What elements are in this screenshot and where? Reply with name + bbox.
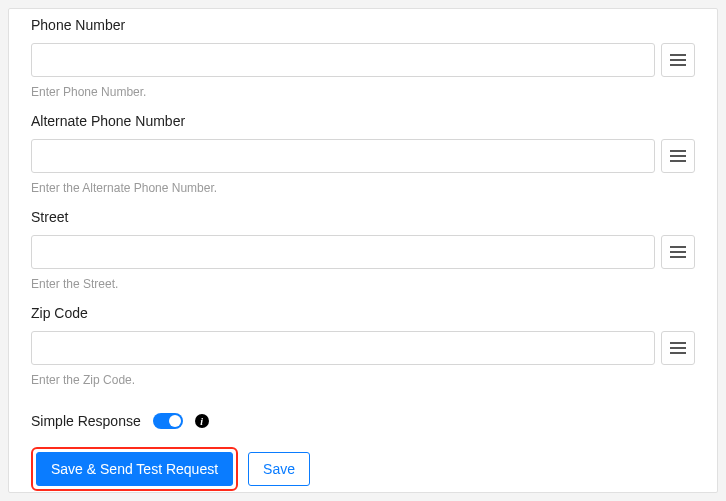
helper-text: Enter the Street.	[31, 277, 695, 291]
field-label: Alternate Phone Number	[31, 113, 695, 129]
highlight-annotation: Save & Send Test Request	[31, 447, 238, 491]
field-label: Street	[31, 209, 695, 225]
button-row: Save & Send Test Request Save	[31, 447, 695, 491]
input-row	[31, 139, 695, 173]
field-phone-number: Phone Number Enter Phone Number.	[31, 17, 695, 99]
field-zip-code: Zip Code Enter the Zip Code.	[31, 305, 695, 387]
menu-icon	[669, 341, 687, 355]
save-send-test-request-button[interactable]: Save & Send Test Request	[36, 452, 233, 486]
helper-text: Enter Phone Number.	[31, 85, 695, 99]
phone-number-input[interactable]	[31, 43, 655, 77]
street-input[interactable]	[31, 235, 655, 269]
field-label: Phone Number	[31, 17, 695, 33]
input-row	[31, 43, 695, 77]
menu-icon	[669, 245, 687, 259]
save-button[interactable]: Save	[248, 452, 310, 486]
field-selector-button[interactable]	[661, 139, 695, 173]
simple-response-row: Simple Response i	[31, 413, 695, 429]
alternate-phone-number-input[interactable]	[31, 139, 655, 173]
field-alternate-phone-number: Alternate Phone Number Enter the Alterna…	[31, 113, 695, 195]
info-icon[interactable]: i	[195, 414, 209, 428]
field-selector-button[interactable]	[661, 235, 695, 269]
simple-response-toggle[interactable]	[153, 413, 183, 429]
input-row	[31, 331, 695, 365]
field-street: Street Enter the Street.	[31, 209, 695, 291]
field-label: Zip Code	[31, 305, 695, 321]
input-row	[31, 235, 695, 269]
field-selector-button[interactable]	[661, 331, 695, 365]
zip-code-input[interactable]	[31, 331, 655, 365]
menu-icon	[669, 53, 687, 67]
helper-text: Enter the Zip Code.	[31, 373, 695, 387]
helper-text: Enter the Alternate Phone Number.	[31, 181, 695, 195]
simple-response-label: Simple Response	[31, 413, 141, 429]
field-selector-button[interactable]	[661, 43, 695, 77]
menu-icon	[669, 149, 687, 163]
form-panel: Phone Number Enter Phone Number. Alterna…	[8, 8, 718, 493]
toggle-knob	[169, 415, 181, 427]
